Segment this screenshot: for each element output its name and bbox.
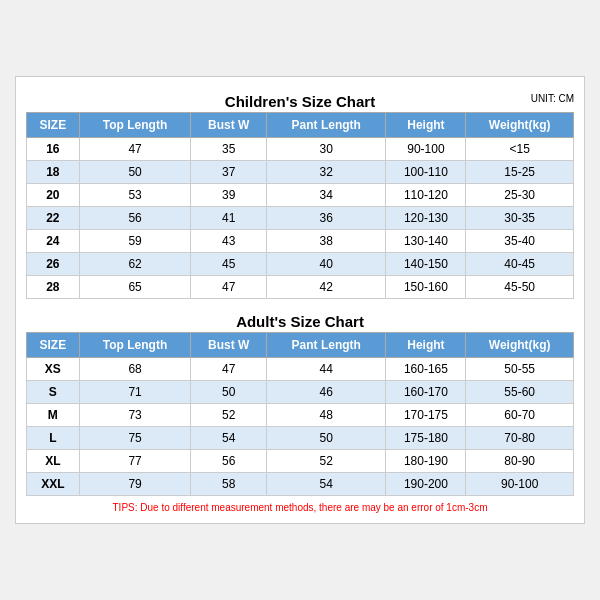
table-cell: 47 <box>191 276 267 299</box>
col-header-height-adult: Height <box>386 333 466 358</box>
table-cell: 32 <box>267 161 386 184</box>
adult-table: SIZE Top Length Bust W Pant Length Heigh… <box>26 332 574 496</box>
table-cell: 130-140 <box>386 230 466 253</box>
table-cell: 48 <box>267 404 386 427</box>
table-cell: 190-200 <box>386 473 466 496</box>
table-cell: 54 <box>191 427 267 450</box>
table-cell: 16 <box>27 138 80 161</box>
table-cell: 40-45 <box>466 253 574 276</box>
table-cell: 50 <box>191 381 267 404</box>
table-cell: 45-50 <box>466 276 574 299</box>
col-header-pant-length-adult: Pant Length <box>267 333 386 358</box>
table-cell: 68 <box>79 358 191 381</box>
children-header-row: SIZE Top Length Bust W Pant Length Heigh… <box>27 113 574 138</box>
table-cell: 22 <box>27 207 80 230</box>
col-header-size: SIZE <box>27 113 80 138</box>
table-cell: 41 <box>191 207 267 230</box>
table-cell: 71 <box>79 381 191 404</box>
table-cell: 20 <box>27 184 80 207</box>
tips-text: TIPS: Due to different measurement metho… <box>26 502 574 513</box>
table-cell: XL <box>27 450 80 473</box>
table-row: XXL795854190-20090-100 <box>27 473 574 496</box>
col-header-weight-adult: Weight(kg) <box>466 333 574 358</box>
table-cell: 110-120 <box>386 184 466 207</box>
table-cell: 15-25 <box>466 161 574 184</box>
table-row: S715046160-17055-60 <box>27 381 574 404</box>
table-row: 28654742150-16045-50 <box>27 276 574 299</box>
table-cell: 43 <box>191 230 267 253</box>
table-cell: 35 <box>191 138 267 161</box>
col-header-bust-w: Bust W <box>191 113 267 138</box>
table-cell: 77 <box>79 450 191 473</box>
table-cell: 54 <box>267 473 386 496</box>
table-cell: 65 <box>79 276 191 299</box>
table-cell: 175-180 <box>386 427 466 450</box>
table-row: M735248170-17560-70 <box>27 404 574 427</box>
table-row: 18503732100-11015-25 <box>27 161 574 184</box>
table-cell: 18 <box>27 161 80 184</box>
table-cell: 37 <box>191 161 267 184</box>
table-cell: 24 <box>27 230 80 253</box>
table-cell: 170-175 <box>386 404 466 427</box>
table-cell: 44 <box>267 358 386 381</box>
table-cell: 150-160 <box>386 276 466 299</box>
table-cell: 46 <box>267 381 386 404</box>
col-header-height: Height <box>386 113 466 138</box>
table-row: 24594338130-14035-40 <box>27 230 574 253</box>
table-cell: 56 <box>191 450 267 473</box>
table-cell: 50-55 <box>466 358 574 381</box>
adult-section-title: Adult's Size Chart <box>26 307 574 332</box>
table-cell: 160-165 <box>386 358 466 381</box>
table-cell: 90-100 <box>466 473 574 496</box>
unit-label: UNIT: CM <box>531 93 574 104</box>
children-table: SIZE Top Length Bust W Pant Length Heigh… <box>26 112 574 299</box>
col-header-pant-length: Pant Length <box>267 113 386 138</box>
table-cell: 38 <box>267 230 386 253</box>
table-cell: 53 <box>79 184 191 207</box>
table-cell: 30 <box>267 138 386 161</box>
table-cell: 70-80 <box>466 427 574 450</box>
table-cell: 25-30 <box>466 184 574 207</box>
children-title-text: Children's Size Chart <box>225 93 375 110</box>
table-cell: 59 <box>79 230 191 253</box>
adult-header-row: SIZE Top Length Bust W Pant Length Heigh… <box>27 333 574 358</box>
table-cell: 79 <box>79 473 191 496</box>
table-cell: 80-90 <box>466 450 574 473</box>
table-cell: 47 <box>191 358 267 381</box>
table-cell: 58 <box>191 473 267 496</box>
col-header-top-length-adult: Top Length <box>79 333 191 358</box>
table-cell: 36 <box>267 207 386 230</box>
table-cell: 35-40 <box>466 230 574 253</box>
table-cell: 75 <box>79 427 191 450</box>
table-cell: 52 <box>267 450 386 473</box>
table-cell: 26 <box>27 253 80 276</box>
table-cell: S <box>27 381 80 404</box>
table-cell: 39 <box>191 184 267 207</box>
table-cell: 120-130 <box>386 207 466 230</box>
table-cell: 47 <box>79 138 191 161</box>
table-cell: 180-190 <box>386 450 466 473</box>
col-header-weight: Weight(kg) <box>466 113 574 138</box>
table-cell: 50 <box>267 427 386 450</box>
col-header-size-adult: SIZE <box>27 333 80 358</box>
table-cell: 60-70 <box>466 404 574 427</box>
table-cell: 73 <box>79 404 191 427</box>
children-section-title: Children's Size Chart UNIT: CM <box>26 87 574 112</box>
table-cell: XXL <box>27 473 80 496</box>
table-cell: 55-60 <box>466 381 574 404</box>
table-row: 1647353090-100<15 <box>27 138 574 161</box>
chart-container: Children's Size Chart UNIT: CM SIZE Top … <box>15 76 585 524</box>
table-row: XS684744160-16550-55 <box>27 358 574 381</box>
table-cell: 30-35 <box>466 207 574 230</box>
table-cell: 56 <box>79 207 191 230</box>
table-cell: 40 <box>267 253 386 276</box>
table-cell: 34 <box>267 184 386 207</box>
col-header-top-length: Top Length <box>79 113 191 138</box>
table-cell: 160-170 <box>386 381 466 404</box>
table-row: 22564136120-13030-35 <box>27 207 574 230</box>
table-cell: 42 <box>267 276 386 299</box>
table-cell: 62 <box>79 253 191 276</box>
table-row: L755450175-18070-80 <box>27 427 574 450</box>
table-cell: 52 <box>191 404 267 427</box>
table-cell: M <box>27 404 80 427</box>
